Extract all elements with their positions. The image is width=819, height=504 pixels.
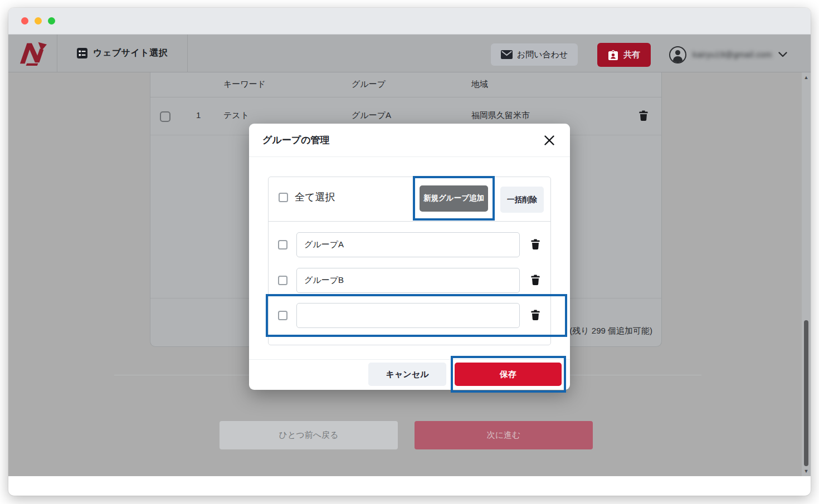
group-management-modal: グループの管理 全て選択 — [249, 124, 570, 390]
trash-icon — [530, 310, 540, 321]
user-account-menu[interactable]: kairyu19@gmail.com — [669, 45, 787, 65]
go-next-button[interactable]: 次に進む — [415, 421, 593, 449]
close-window-button[interactable] — [21, 17, 28, 25]
browser-window: ウェブサイト選択 お問い合わせ — [8, 8, 811, 496]
column-header-keyword: キーワード — [223, 79, 266, 90]
window-titlebar — [8, 8, 811, 35]
vertical-scrollbar[interactable]: ▲ ▼ — [802, 72, 811, 476]
scroll-up-arrow-icon[interactable]: ▲ — [802, 74, 811, 81]
go-back-button[interactable]: ひとつ前へ戻る — [220, 421, 398, 449]
trash-icon — [530, 239, 540, 250]
group-name-input[interactable] — [296, 268, 520, 293]
close-icon — [544, 135, 555, 146]
app-logo[interactable] — [8, 35, 57, 72]
annotation-highlight-add-group: 新規グループ追加 — [413, 176, 495, 221]
group-list-box: 全て選択 新規グループ追加 一括削除 — [268, 177, 551, 345]
brand-n-arrow-icon — [19, 41, 47, 66]
scroll-down-arrow-icon[interactable]: ▼ — [802, 467, 811, 475]
chevron-down-icon — [778, 52, 787, 57]
card-list-icon — [77, 48, 87, 58]
screenshot-stage: ウェブサイト選択 お問い合わせ — [0, 0, 819, 504]
group-row-checkbox[interactable] — [278, 276, 287, 285]
select-all-control: 全て選択 — [279, 190, 335, 204]
group-name-input[interactable] — [296, 303, 520, 328]
save-button[interactable]: 保存 — [455, 363, 562, 386]
group-delete-button[interactable] — [530, 310, 540, 321]
minimize-window-button[interactable] — [35, 17, 42, 25]
select-all-checkbox[interactable] — [279, 193, 288, 202]
zoom-window-button[interactable] — [48, 17, 55, 25]
row-number: 1 — [196, 110, 201, 120]
app-viewport: ウェブサイト選択 お問い合わせ — [8, 35, 811, 496]
modal-header: グループの管理 — [249, 124, 570, 157]
trash-icon — [530, 275, 540, 286]
share-label: 共有 — [623, 50, 640, 60]
table-header-row: キーワード グループ 地域 — [150, 72, 661, 97]
modal-close-button[interactable] — [542, 133, 557, 148]
select-all-label: 全て選択 — [295, 190, 335, 204]
contact-button[interactable]: お問い合わせ — [491, 43, 578, 66]
group-name-input[interactable] — [296, 232, 520, 257]
modal-title: グループの管理 — [262, 134, 330, 146]
group-delete-button[interactable] — [530, 275, 540, 286]
cancel-button[interactable]: キャンセル — [368, 363, 446, 386]
remaining-count-note: (残り 299 個追加可能) — [569, 326, 652, 336]
row-region: 福岡県久留米市 — [471, 110, 530, 121]
contact-badge-icon — [608, 50, 618, 61]
trash-icon — [638, 110, 649, 121]
share-button[interactable]: 共有 — [597, 43, 651, 67]
row-keyword: テスト — [223, 110, 249, 121]
user-email: kairyu19@gmail.com — [693, 50, 772, 59]
group-row-checkbox[interactable] — [278, 240, 287, 249]
mail-icon — [501, 50, 513, 59]
group-delete-button[interactable] — [530, 239, 540, 250]
sidebar-item-website-select[interactable]: ウェブサイト選択 — [57, 35, 188, 72]
row-group: グループA — [352, 110, 391, 121]
add-group-button[interactable]: 新規グループ追加 — [420, 185, 488, 212]
column-header-group: グループ — [352, 79, 386, 90]
row-checkbox[interactable] — [160, 111, 170, 122]
menu-label: ウェブサイト選択 — [93, 47, 168, 59]
scrollbar-thumb[interactable] — [804, 320, 808, 466]
group-row-checkbox[interactable] — [278, 311, 287, 320]
main-content-dimmed: キーワード グループ 地域 1 テスト グループA 福岡県久留米市 — [8, 72, 811, 476]
row-delete-button[interactable] — [638, 110, 649, 121]
app-header: ウェブサイト選択 お問い合わせ — [8, 35, 811, 72]
contact-label: お問い合わせ — [517, 50, 568, 60]
column-header-region: 地域 — [471, 79, 488, 90]
user-avatar-icon — [669, 46, 686, 63]
bulk-delete-button[interactable]: 一括削除 — [500, 187, 544, 213]
